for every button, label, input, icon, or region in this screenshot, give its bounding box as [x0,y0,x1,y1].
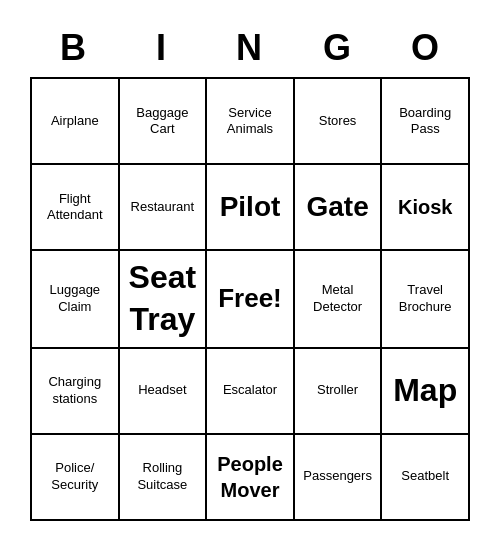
bingo-cell-2: Service Animals [207,79,295,165]
bingo-grid: AirplaneBaggage CartService AnimalsStore… [30,77,470,520]
header-letter: B [30,23,118,77]
bingo-cell-20: Police/ Security [32,435,120,521]
bingo-cell-0: Airplane [32,79,120,165]
header-letter: I [118,23,206,77]
bingo-cell-22: People Mover [207,435,295,521]
header-letter: O [382,23,470,77]
bingo-cell-5: Flight Attendant [32,165,120,251]
bingo-cell-13: Metal Detector [295,251,383,348]
bingo-cell-23: Passengers [295,435,383,521]
bingo-cell-12: Free! [207,251,295,348]
bingo-cell-21: Rolling Suitcase [120,435,208,521]
header-letter: G [294,23,382,77]
bingo-cell-6: Restaurant [120,165,208,251]
bingo-header: BINGO [30,23,470,77]
bingo-cell-11: Seat Tray [120,251,208,348]
bingo-cell-8: Gate [295,165,383,251]
bingo-cell-7: Pilot [207,165,295,251]
bingo-card: BINGO AirplaneBaggage CartService Animal… [20,13,480,530]
bingo-cell-15: Charging stations [32,349,120,435]
bingo-cell-19: Map [382,349,470,435]
bingo-cell-3: Stores [295,79,383,165]
bingo-cell-24: Seatbelt [382,435,470,521]
bingo-cell-1: Baggage Cart [120,79,208,165]
bingo-cell-10: Luggage Claim [32,251,120,348]
header-letter: N [206,23,294,77]
bingo-cell-14: Travel Brochure [382,251,470,348]
bingo-cell-17: Escalator [207,349,295,435]
bingo-cell-4: Boarding Pass [382,79,470,165]
bingo-cell-16: Headset [120,349,208,435]
bingo-cell-18: Stroller [295,349,383,435]
bingo-cell-9: Kiosk [382,165,470,251]
